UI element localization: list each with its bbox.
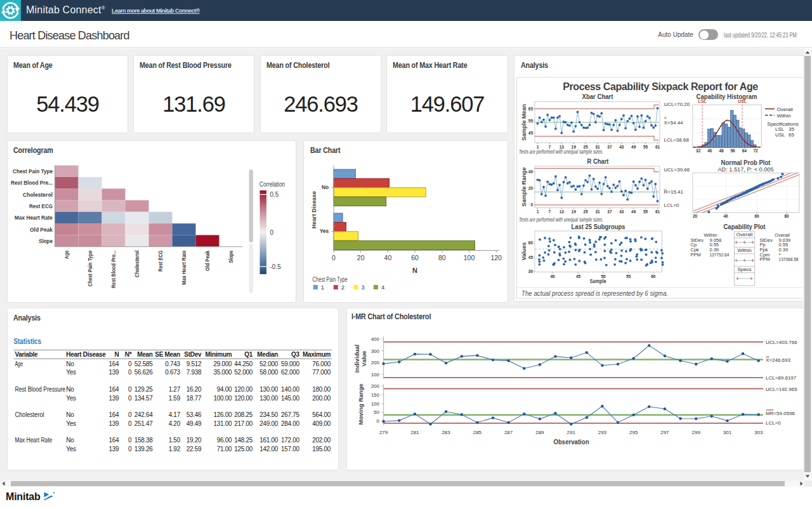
svg-text:Moving Range: Moving Range <box>357 384 364 425</box>
svg-text:R Chart: R Chart <box>587 157 609 165</box>
svg-text:MR=59.0596: MR=59.0596 <box>766 411 796 416</box>
svg-text:55: 55 <box>643 209 648 214</box>
svg-text:279: 279 <box>379 430 388 435</box>
svg-text:31: 31 <box>595 209 600 214</box>
svg-text:142.00: 142.00 <box>259 446 278 453</box>
svg-text:Process Capability Sixpack Rep: Process Capability Sixpack Report for Ag… <box>563 81 758 92</box>
svg-text:1: 1 <box>321 284 324 291</box>
svg-text:145.00: 145.00 <box>281 395 300 402</box>
svg-text:Normal Prob Plot: Normal Prob Plot <box>721 159 771 166</box>
svg-text:45: 45 <box>576 274 581 279</box>
svg-text:Tests are performed with unequ: Tests are performed with unequal sample … <box>519 149 603 155</box>
svg-text:StDev: StDev <box>184 351 202 358</box>
svg-text:Values: Values <box>521 242 527 261</box>
svg-text:SE Mean: SE Mean <box>155 351 180 358</box>
svg-text:125.00: 125.00 <box>234 446 253 453</box>
svg-text:48: 48 <box>719 149 724 153</box>
svg-text:Sample Range: Sample Range <box>521 168 527 207</box>
svg-text:55: 55 <box>528 119 534 123</box>
svg-text:Xbar Chart: Xbar Chart <box>582 93 613 100</box>
svg-text:58.000: 58.000 <box>259 369 278 376</box>
svg-text:43: 43 <box>619 209 624 214</box>
svg-text:Sample Mean: Sample Mean <box>521 104 527 141</box>
svg-text:LCL=89.6197: LCL=89.6197 <box>766 375 797 381</box>
svg-text:71.00: 71.00 <box>217 446 232 453</box>
svg-text:UCL=70.20: UCL=70.20 <box>664 102 690 107</box>
svg-text:22.59: 22.59 <box>187 446 202 453</box>
svg-text:80: 80 <box>784 214 789 218</box>
svg-text:0: 0 <box>128 420 132 427</box>
svg-text:9.512: 9.512 <box>187 360 202 367</box>
svg-text:148.25: 148.25 <box>234 437 253 444</box>
svg-text:19.20: 19.20 <box>187 437 202 444</box>
svg-text:Mean: Mean <box>137 351 153 358</box>
svg-text:20: 20 <box>693 214 698 218</box>
svg-text:52.585: 52.585 <box>134 360 154 367</box>
svg-text:20: 20 <box>528 186 534 190</box>
svg-text:150: 150 <box>371 392 380 398</box>
svg-text:The actual process spread is r: The actual process spread is represented… <box>521 289 668 297</box>
svg-text:Rest Blood Pre...: Rest Blood Pre... <box>11 179 53 186</box>
svg-text:72: 72 <box>753 149 758 153</box>
svg-text:No: No <box>66 411 74 418</box>
svg-text:Chest Pain Type: Chest Pain Type <box>13 168 53 175</box>
svg-text:65: 65 <box>528 107 534 111</box>
svg-text:100.00: 100.00 <box>214 395 233 402</box>
svg-text:200.00: 200.00 <box>312 395 331 402</box>
svg-text:7: 7 <box>549 209 551 214</box>
svg-text:0: 0 <box>530 202 533 207</box>
svg-text:100: 100 <box>464 254 475 261</box>
svg-text:No: No <box>66 386 74 393</box>
svg-text:52.000: 52.000 <box>259 360 278 367</box>
svg-text:202.00: 202.00 <box>312 437 331 444</box>
svg-text:R=15.41: R=15.41 <box>664 189 684 195</box>
svg-text:4.17: 4.17 <box>169 411 181 418</box>
svg-text:Overall: Overall <box>777 107 794 112</box>
svg-text:Rest ECG: Rest ECG <box>29 202 53 209</box>
svg-text:96.00: 96.00 <box>217 437 232 444</box>
svg-text:Q3: Q3 <box>291 351 299 358</box>
svg-text:Within: Within <box>737 248 751 253</box>
svg-text:137752.64: 137752.64 <box>709 252 729 258</box>
svg-text:Within: Within <box>777 113 791 119</box>
svg-text:56: 56 <box>730 149 735 153</box>
svg-text:1.92: 1.92 <box>169 446 181 453</box>
svg-text:100: 100 <box>371 372 380 378</box>
svg-text:0: 0 <box>332 254 336 261</box>
svg-text:164: 164 <box>109 411 120 418</box>
svg-text:Rest Blood Pressure: Rest Blood Pressure <box>15 386 65 393</box>
svg-text:293: 293 <box>598 430 607 435</box>
svg-text:77.000: 77.000 <box>312 369 331 376</box>
svg-text:287: 287 <box>504 430 513 435</box>
svg-text:0: 0 <box>128 411 132 418</box>
svg-text:76.000: 76.000 <box>312 360 331 367</box>
svg-text:180.00: 180.00 <box>312 386 331 393</box>
svg-text:AD: 1.517, P: < 0.005: AD: 1.517, P: < 0.005 <box>718 166 774 173</box>
svg-text:35.000: 35.000 <box>214 369 233 376</box>
svg-text:44.250: 44.250 <box>234 360 253 367</box>
svg-text:45: 45 <box>528 131 534 135</box>
svg-text:285: 285 <box>473 430 482 435</box>
svg-text:0: 0 <box>128 437 132 444</box>
svg-text:Specs: Specs <box>737 267 751 272</box>
svg-text:53.46: 53.46 <box>187 411 202 418</box>
svg-text:Value: Value <box>360 351 367 367</box>
svg-text:157.00: 157.00 <box>281 446 300 453</box>
svg-text:164: 164 <box>109 437 120 444</box>
svg-text:No: No <box>66 437 74 444</box>
svg-text:60: 60 <box>651 274 656 279</box>
svg-text:100: 100 <box>371 401 380 407</box>
svg-text:131.00: 131.00 <box>214 420 233 427</box>
svg-text:40: 40 <box>384 254 392 261</box>
svg-text:7.938: 7.938 <box>187 369 202 376</box>
svg-text:1: 1 <box>537 209 539 214</box>
svg-text:Tests are performed with unequ: Tests are performed with unequal sample … <box>519 216 603 223</box>
svg-text:Heart Disease: Heart Disease <box>310 191 317 228</box>
svg-text:120.00: 120.00 <box>234 386 253 393</box>
svg-text:LCL=0: LCL=0 <box>664 202 679 208</box>
svg-text:80: 80 <box>438 254 446 261</box>
svg-text:284.00: 284.00 <box>281 420 300 427</box>
svg-text:400: 400 <box>371 336 380 342</box>
svg-text:Max Heart Rate: Max Heart Rate <box>180 250 187 284</box>
svg-text:130.00: 130.00 <box>259 386 278 393</box>
